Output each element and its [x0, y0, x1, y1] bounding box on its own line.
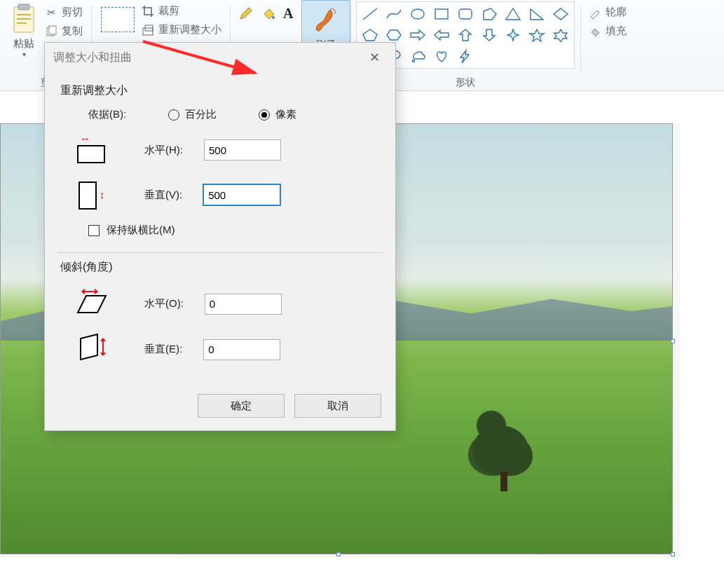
- svg-rect-6: [49, 26, 56, 34]
- resize-handle-bottom[interactable]: [336, 552, 341, 556]
- outline-label: 轮廓: [606, 6, 627, 19]
- cut-button[interactable]: ✂ 剪切: [42, 4, 86, 20]
- svg-rect-3: [17, 18, 31, 20]
- resize-skew-dialog: 调整大小和扭曲 ✕ 重新调整大小 依据(B): 百分比 像素 ↔: [44, 42, 396, 431]
- brush-icon: [309, 4, 343, 39]
- radio-pixels-label: 像素: [275, 108, 296, 121]
- crop-label: 裁剪: [158, 4, 179, 18]
- resize-button[interactable]: 重新调整大小: [139, 22, 224, 38]
- aspect-checkbox[interactable]: [88, 225, 100, 236]
- radio-icon: [259, 109, 270, 121]
- horizontal-label: 水平(H):: [144, 144, 183, 157]
- fill-button[interactable]: 填充: [586, 23, 629, 39]
- skew-section-title: 倾斜(角度): [60, 260, 380, 275]
- svg-rect-2: [17, 14, 31, 15]
- radio-percent-label: 百分比: [185, 108, 217, 121]
- divider: [57, 252, 383, 253]
- radio-pixels[interactable]: 像素: [259, 108, 296, 121]
- shape-callout-cloud[interactable]: [406, 46, 430, 67]
- outline-button[interactable]: 轮廓: [586, 4, 629, 20]
- shape-curve[interactable]: [382, 4, 406, 25]
- outline-icon: [589, 6, 601, 19]
- shape-arrow-down[interactable]: [477, 25, 501, 46]
- vertical-label: 垂直(V):: [144, 189, 182, 202]
- ok-button[interactable]: 确定: [198, 394, 285, 418]
- crop-button[interactable]: 裁剪: [139, 3, 224, 19]
- radio-icon: [168, 109, 179, 121]
- fill-tool[interactable]: [261, 6, 276, 23]
- shape-triangle[interactable]: [501, 4, 525, 25]
- chevron-down-icon: ▾: [22, 50, 26, 58]
- shape-star5[interactable]: [525, 25, 549, 46]
- bucket-icon: [589, 25, 601, 38]
- vertical-input[interactable]: [203, 184, 280, 205]
- resize-label: 重新调整大小: [158, 23, 221, 36]
- vertical-resize-icon: ↕: [74, 179, 109, 211]
- svg-point-9: [272, 16, 275, 19]
- skew-horizontal-label: 水平(O):: [144, 297, 184, 310]
- select-rect-icon: [101, 7, 135, 32]
- svg-point-15: [413, 60, 415, 62]
- pencil-tool[interactable]: [238, 6, 254, 23]
- copy-icon: [45, 25, 57, 38]
- shape-rect[interactable]: [430, 4, 453, 25]
- resize-handle-corner[interactable]: [671, 552, 675, 556]
- copy-label: 复制: [62, 25, 83, 38]
- shape-lightning[interactable]: [453, 46, 477, 67]
- shape-star4[interactable]: [501, 25, 525, 46]
- skew-vertical-input[interactable]: [203, 339, 280, 360]
- by-label: 依据(B):: [88, 108, 126, 121]
- svg-point-10: [411, 9, 424, 19]
- skew-vertical-icon: [74, 333, 110, 366]
- fill-label: 填充: [606, 25, 627, 38]
- cut-label: 剪切: [62, 6, 83, 19]
- skew-horizontal-icon: [74, 287, 110, 320]
- shape-arrow-left[interactable]: [430, 25, 453, 46]
- shape-arrow-up[interactable]: [453, 25, 477, 46]
- svg-rect-11: [435, 9, 448, 19]
- copy-button[interactable]: 复制: [42, 23, 86, 39]
- shape-arrow-right[interactable]: [406, 25, 430, 46]
- aspect-label: 保持纵横比(M): [107, 224, 175, 237]
- svg-rect-7: [143, 28, 153, 35]
- radio-percent[interactable]: 百分比: [168, 108, 217, 121]
- shape-oval[interactable]: [406, 4, 430, 25]
- svg-rect-12: [459, 9, 472, 19]
- cancel-button[interactable]: 取消: [294, 394, 381, 418]
- shape-heart[interactable]: [430, 46, 453, 67]
- outline-fill-group: 轮廓 填充: [580, 0, 635, 90]
- skew-vertical-label: 垂直(E):: [144, 343, 182, 356]
- crop-icon: [142, 5, 154, 18]
- paste-button[interactable]: 粘贴 ▾: [6, 1, 42, 60]
- close-button[interactable]: ✕: [362, 50, 387, 65]
- svg-rect-4: [17, 22, 27, 24]
- text-tool[interactable]: A: [283, 6, 293, 22]
- resize-icon: [142, 24, 154, 36]
- svg-rect-1: [18, 4, 29, 10]
- shape-line[interactable]: [358, 4, 382, 25]
- tree-decoration: [472, 425, 535, 488]
- clipboard-icon: [10, 3, 38, 37]
- scissors-icon: ✂: [45, 6, 57, 19]
- paste-label: 粘贴: [13, 37, 34, 50]
- shapes-group-label: 形状: [456, 76, 475, 90]
- shape-star6[interactable]: [549, 25, 573, 46]
- shape-diamond[interactable]: [549, 4, 573, 25]
- horizontal-input[interactable]: [204, 139, 281, 160]
- horizontal-resize-icon: ↔: [74, 134, 109, 166]
- resize-section-title: 重新调整大小: [60, 83, 380, 98]
- dialog-titlebar[interactable]: 调整大小和扭曲 ✕: [45, 43, 395, 72]
- shape-right-triangle[interactable]: [525, 4, 549, 25]
- dialog-title: 调整大小和扭曲: [53, 50, 132, 65]
- skew-horizontal-input[interactable]: [205, 294, 282, 315]
- shape-polygon[interactable]: [477, 4, 501, 25]
- resize-handle-right[interactable]: [671, 339, 675, 343]
- shape-roundrect[interactable]: [453, 4, 477, 25]
